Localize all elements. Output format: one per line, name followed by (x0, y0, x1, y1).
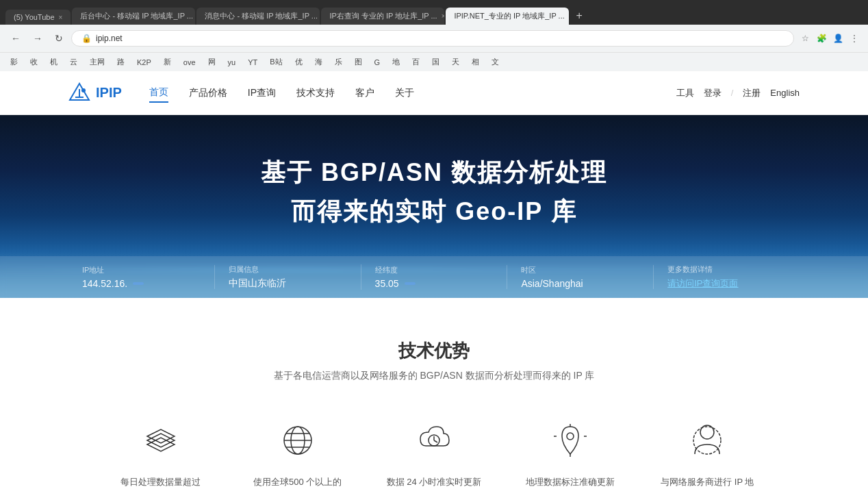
cloud-clock-icon (410, 416, 458, 464)
ip-location-label: 归属信息 (229, 264, 347, 275)
layers-icon (137, 416, 185, 464)
tab-close-ipip[interactable]: × (569, 12, 570, 20)
tab-label: IP右查询 专业的 IP 地址库_IP ... (329, 11, 437, 21)
hero-content: 基于 BGP/ASN 数据分析处理 而得来的实时 Geo-IP 库 (0, 156, 868, 229)
bookmark-wen[interactable]: 文 (488, 55, 502, 68)
bookmark-collect[interactable]: 收 (27, 55, 41, 68)
ip-highlight (133, 282, 144, 285)
tab-ipip-active[interactable]: IPIP.NET_专业的 IP 地域库_IP ... × (446, 8, 569, 25)
tab-label: (5) YouTube (14, 13, 55, 21)
bookmark-video[interactable]: 影 (7, 55, 21, 68)
bookmark-tian[interactable]: 天 (448, 55, 463, 68)
person-icon (683, 416, 731, 464)
reload-button[interactable]: ↻ (51, 30, 67, 47)
ip-more-value: 请访问IP查询页面 (667, 277, 786, 290)
tab-ipquery[interactable]: IP右查询 专业的 IP 地址库_IP ... × (321, 8, 444, 25)
nav-pricing[interactable]: 产品价格 (189, 84, 227, 102)
ip-info-bar: IP地址 144.52.16. 归属信息 中国山东临沂 经纬度 35.05 时区 (0, 256, 868, 298)
nav-tools[interactable]: 工具 (676, 87, 694, 99)
tab-youtube[interactable]: (5) YouTube × (5, 10, 71, 25)
bookmark-di[interactable]: 地 (389, 55, 403, 68)
ip-address-label: IP地址 (82, 265, 201, 275)
bookmarks-bar: 影 收 机 云 主网 路 K2P 新 ove 网 yu YT B站 优 海 乐 … (0, 52, 868, 71)
nav-english[interactable]: English (770, 88, 800, 98)
bookmark-bai[interactable]: 百 (409, 55, 423, 68)
website-content: IPIP 首页 产品价格 IP查询 技术支持 客户 关于 工具 登录 / 注册 … (0, 71, 868, 489)
bookmark-ove[interactable]: ove (180, 57, 199, 68)
bookmark-youku[interactable]: 优 (292, 55, 306, 68)
nav-register[interactable]: 注册 (743, 87, 761, 99)
nav-tech-support[interactable]: 技术支持 (296, 84, 335, 102)
ip-query-link[interactable]: 请访问IP查询页面 (667, 277, 738, 290)
nav-ip-query[interactable]: IP查询 (248, 84, 276, 102)
bookmark-guo[interactable]: 国 (429, 55, 443, 68)
ip-timezone-field: 时区 Asia/Shanghai (507, 265, 654, 289)
bookmark-cloud[interactable]: 云 (66, 55, 81, 68)
bookmark-net[interactable]: 网 (205, 55, 219, 68)
bookmark-yu[interactable]: yu (225, 57, 240, 68)
tab-messages[interactable]: 消息中心 - 移动端 IP 地域库_IP ... × (196, 8, 320, 25)
site-logo[interactable]: IPIP (68, 82, 122, 104)
nav-about[interactable]: 关于 (395, 84, 414, 102)
extension-icon[interactable]: 🧩 (815, 32, 828, 45)
back-button[interactable]: ← (7, 30, 25, 47)
svg-line-11 (434, 440, 437, 442)
bookmark-star-icon[interactable]: ☆ (798, 32, 812, 45)
ip-address-field: IP地址 144.52.16. (68, 265, 215, 289)
feature-isp-text: 与网络服务商进行 IP 地理位置方面的合作 (659, 475, 755, 489)
tab-label: 后台中心 - 移动端 IP 地域库_IP ... (80, 11, 193, 21)
bookmark-machine[interactable]: 机 (47, 55, 61, 68)
bookmark-host[interactable]: 主网 (86, 55, 108, 68)
tab-bar: (5) YouTube × 后台中心 - 移动端 IP 地域库_IP ... ×… (0, 0, 868, 25)
address-bar[interactable]: 🔒 ipip.net (71, 30, 794, 47)
nav-customers[interactable]: 客户 (355, 84, 374, 102)
svg-point-3 (81, 88, 86, 92)
hero-section: 基于 BGP/ASN 数据分析处理 而得来的实时 Geo-IP 库 IP地址 1… (0, 115, 868, 298)
ip-more-field: 更多数据详情 请访问IP查询页面 (654, 264, 800, 290)
bookmark-yt[interactable]: YT (244, 57, 261, 68)
tab-label: IPIP.NET_专业的 IP 地域库_IP ... (454, 11, 564, 21)
forward-button[interactable]: → (29, 30, 47, 47)
url-text: ipip.net (96, 34, 123, 43)
browser-chrome: (5) YouTube × 后台中心 - 移动端 IP 地域库_IP ... ×… (0, 0, 868, 71)
feature-data-volume-text: 每日处理数据量超过 100GB (113, 475, 209, 489)
feature-accuracy-text: 地理数据标注准确更新快速 (522, 475, 618, 489)
tab-close-ipquery[interactable]: × (442, 12, 445, 20)
features-grid: 每日处理数据量超过 100GB 使用全球500 个以上的自有网络监测点进行辅助减… (68, 416, 800, 489)
new-tab-button[interactable]: + (570, 7, 587, 25)
logo-text: IPIP (96, 85, 122, 101)
bookmark-g[interactable]: G (371, 57, 384, 68)
feature-global-text: 使用全球500 个以上的自有网络监测点进行辅助减量 (250, 475, 346, 489)
bookmark-route[interactable]: 路 (114, 55, 128, 68)
bookmark-bilibili[interactable]: B站 (266, 55, 285, 68)
more-icon[interactable]: ⋮ (847, 32, 861, 45)
feature-data-volume: 每日处理数据量超过 100GB (113, 416, 209, 489)
ip-address-value: 144.52.16. (82, 278, 201, 289)
ip-coords-field: 经纬度 35.05 (361, 265, 508, 289)
bookmark-le[interactable]: 乐 (331, 55, 346, 68)
feature-accuracy: 地理数据标注准确更新快速 (522, 416, 618, 489)
nav-login[interactable]: 登录 (704, 87, 722, 99)
feature-realtime-text: 数据 24 小时准实时更新 (387, 475, 482, 489)
tab-admin[interactable]: 后台中心 - 移动端 IP 地域库_IP ... × (72, 8, 195, 25)
bookmark-xiang[interactable]: 相 (468, 55, 483, 68)
bookmark-tu[interactable]: 图 (351, 55, 366, 68)
tab-close-youtube[interactable]: × (59, 14, 63, 21)
profile-icon[interactable]: 👤 (831, 32, 845, 45)
ip-location-value: 中国山东临沂 (229, 277, 347, 290)
ip-location-field: 归属信息 中国山东临沂 (215, 264, 361, 290)
site-header: IPIP 首页 产品价格 IP查询 技术支持 客户 关于 工具 登录 / 注册 … (0, 71, 868, 115)
bookmark-k2p[interactable]: K2P (133, 57, 155, 68)
location-icon (546, 416, 594, 464)
svg-point-12 (567, 433, 574, 440)
ip-timezone-label: 时区 (521, 265, 639, 275)
feature-global-monitor: 使用全球500 个以上的自有网络监测点进行辅助减量 (250, 416, 346, 489)
bookmark-hai[interactable]: 海 (311, 55, 326, 68)
nav-right: 工具 登录 / 注册 English (676, 87, 800, 99)
bookmark-new[interactable]: 新 (160, 55, 175, 68)
tab-label: 消息中心 - 移动端 IP 地域库_IP ... (205, 11, 318, 21)
tech-title: 技术优势 (68, 339, 800, 363)
nav-home[interactable]: 首页 (149, 84, 168, 103)
hero-title: 基于 BGP/ASN 数据分析处理 (0, 156, 868, 190)
tech-subtitle: 基于各电信运营商以及网络服务的 BGP/ASN 数据而分析处理而得来的 IP 库 (68, 370, 800, 382)
